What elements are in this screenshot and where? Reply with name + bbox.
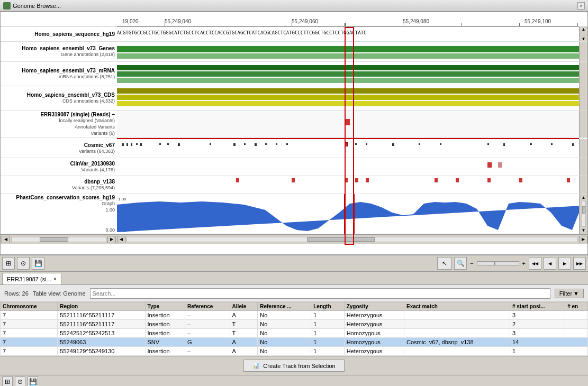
cosmic-track-sub: Variants (64,363) xyxy=(79,149,115,155)
create-track-button[interactable]: 📊 Create Track from Selection xyxy=(243,360,344,372)
status-grid-btn[interactable]: ⊞ xyxy=(2,376,13,387)
table-cell: Insertion xyxy=(145,347,185,356)
mrna-track-content[interactable] xyxy=(117,62,579,86)
dbsnp-track-content[interactable] xyxy=(117,176,579,194)
table-row[interactable]: 755242512^55242513Insertion–TNo1Homozygo… xyxy=(1,329,588,338)
status-bar: ⊞ ⊙ 💾 xyxy=(0,375,588,386)
toolbar-plus: + xyxy=(521,260,527,266)
table-row[interactable]: 755211116^55211117Insertion–ANo1Heterozy… xyxy=(1,311,588,320)
table-cell: A xyxy=(230,347,258,356)
col-chromosome[interactable]: Chromosome xyxy=(1,302,58,311)
col-region[interactable]: Region xyxy=(58,302,145,311)
clinvar-track-sub: Variants (4,176) xyxy=(82,167,115,173)
cds-bar-1 xyxy=(117,88,579,94)
clinvar-track-content[interactable] xyxy=(117,158,579,176)
reads-track-sub: locally realigned (Variants) xyxy=(59,118,115,124)
hscroll-thumb-right[interactable] xyxy=(307,237,375,242)
track-row-cds: Homo_sapiens_ensembl_v73_CDS CDS annotat… xyxy=(1,86,587,111)
col-exact-match[interactable]: Exact match xyxy=(404,302,510,311)
table-cell: Cosmic_v67, dbsnp_v138 xyxy=(404,338,510,347)
track-row-dbsnp: dbsnp_v138 Variants (7,205,594) xyxy=(1,176,587,194)
table-cell: 7 xyxy=(1,338,58,347)
reads-track-name: ERR319087 (single) (Reads) – xyxy=(40,111,115,118)
track-label-mrna: Homo_sapiens_ensembl_v73_mRNA mRNA annot… xyxy=(1,62,117,86)
table-row[interactable]: 755249129^55249130Insertion–ANo1Heterozy… xyxy=(1,347,588,356)
toolbar-grid-btn[interactable]: ⊞ xyxy=(2,257,15,270)
table-cell xyxy=(404,347,510,356)
phastcons-track-sub: Graph xyxy=(102,201,115,207)
toolbar-prev-prev-btn[interactable]: ◀◀ xyxy=(529,257,541,270)
cds-track-content[interactable] xyxy=(117,86,579,110)
zoom-slider[interactable] xyxy=(477,261,519,265)
toolbar: ⊞ ⊙ 💾 ↖ 🔍 − + ◀◀ ◀ ▶ ▶▶ xyxy=(0,255,588,272)
hscroll-right-left-btn[interactable]: ◀ xyxy=(117,236,125,243)
track-label-sequence: Homo_sapiens_sequence_hg19 xyxy=(1,27,117,41)
table-cell: SNV xyxy=(145,338,185,347)
bottom-tab-close[interactable]: × xyxy=(53,276,57,282)
table-cell: – xyxy=(185,347,230,356)
table-cell: 7 xyxy=(1,320,58,329)
toolbar-zoom-in-btn[interactable]: 🔍 xyxy=(454,257,467,270)
toolbar-prev-btn[interactable]: ◀ xyxy=(544,257,556,270)
sequence-track-content[interactable]: ACGTGTGCCGCCTGCTGGGCATCTGCCTCACCTCCACCGT… xyxy=(117,27,579,41)
toolbar-next-next-btn[interactable]: ▶▶ xyxy=(573,257,586,270)
table-scroll-area[interactable]: Chromosome Region Type Reference Allele … xyxy=(0,302,588,356)
phastcons-track-content[interactable]: 1.00 0.00 xyxy=(117,194,579,234)
table-cell: A xyxy=(230,311,258,320)
cds-track-sub: CDS annotations (4,332) xyxy=(62,98,115,105)
col-ref-extra[interactable]: Reference ... xyxy=(258,302,311,311)
mrna-bar-3 xyxy=(117,78,579,83)
table-cell: 7 xyxy=(1,347,58,356)
col-length[interactable]: Length xyxy=(311,302,344,311)
conservation-graph: 1.00 0.00 xyxy=(117,194,579,234)
bottom-tab-err[interactable]: ERR319087 (si... × xyxy=(2,273,61,284)
filter-button[interactable]: Filter ▼ xyxy=(555,289,584,298)
col-type[interactable]: Type xyxy=(145,302,185,311)
hscroll-right-right-btn[interactable]: ▶ xyxy=(579,236,587,243)
hscroll-track-right[interactable] xyxy=(126,237,578,242)
sequence-track-name: Homo_sapiens_sequence_hg19 xyxy=(34,31,115,38)
col-reference[interactable]: Reference xyxy=(185,302,230,311)
track-row-sequence: Homo_sapiens_sequence_hg19 ACGTGTGCCGCCT… xyxy=(1,27,587,42)
mrna-track-name: Homo_sapiens_ensembl_v73_mRNA xyxy=(22,67,115,74)
table-cell: Heterozygous xyxy=(344,347,404,356)
col-zygosity[interactable]: Zygosity xyxy=(344,302,404,311)
table-row[interactable]: 755211116^55211117Insertion–TNo1Heterozy… xyxy=(1,320,588,329)
view-label: Table view: Genome xyxy=(33,290,86,297)
window-close-button[interactable]: × xyxy=(577,2,585,10)
table-cell: 55211116^55211117 xyxy=(58,311,145,320)
status-circle-btn[interactable]: ⊙ xyxy=(15,376,25,387)
table-cell: T xyxy=(230,320,258,329)
table-cell: 1 xyxy=(311,338,344,347)
cosmic-track-content[interactable] xyxy=(117,139,579,158)
hscroll-left-btn[interactable]: ◀ xyxy=(2,236,10,243)
genes-track-name: Homo_sapiens_ensembl_v73_Genes xyxy=(22,45,115,52)
table-cell: – xyxy=(185,311,230,320)
hscroll-right-btn[interactable]: ▶ xyxy=(107,236,116,243)
dbsnp-track-sub: Variants (7,205,594) xyxy=(72,185,115,191)
col-en[interactable]: # en xyxy=(565,302,588,311)
track-label-clinvar: ClinVar_20130930 Variants (4,176) xyxy=(1,158,117,176)
table-search-input[interactable] xyxy=(90,288,550,299)
data-table: Chromosome Region Type Reference Allele … xyxy=(0,302,588,356)
track-row-genes: Homo_sapiens_ensembl_v73_Genes Gene anno… xyxy=(1,42,587,62)
track-label-dbsnp: dbsnp_v138 Variants (7,205,594) xyxy=(1,176,117,194)
toolbar-save-btn[interactable]: 💾 xyxy=(32,257,44,270)
table-cell: No xyxy=(258,311,311,320)
status-save-btn[interactable]: 💾 xyxy=(28,376,38,387)
hscroll-left: ◀ ▶ xyxy=(1,236,117,243)
create-track-label: Create Track from Selection xyxy=(263,363,335,369)
table-row[interactable]: 755249063SNVGANo1HomozygousCosmic_v67, d… xyxy=(1,338,588,347)
table-cell: T xyxy=(230,329,258,338)
toolbar-circle-btn[interactable]: ⊙ xyxy=(17,257,30,270)
hscroll-thumb-left[interactable] xyxy=(40,237,68,242)
hscroll-track-left[interactable] xyxy=(11,237,106,242)
toolbar-select-btn[interactable]: ↖ xyxy=(437,257,452,270)
reads-track-content[interactable] xyxy=(117,111,579,137)
table-cell xyxy=(404,311,510,320)
genes-track-content[interactable] xyxy=(117,42,579,61)
col-start-pos[interactable]: # start posi... xyxy=(510,302,565,311)
table-cell: No xyxy=(258,329,311,338)
toolbar-next-btn[interactable]: ▶ xyxy=(558,257,571,270)
col-allele[interactable]: Allele xyxy=(230,302,258,311)
